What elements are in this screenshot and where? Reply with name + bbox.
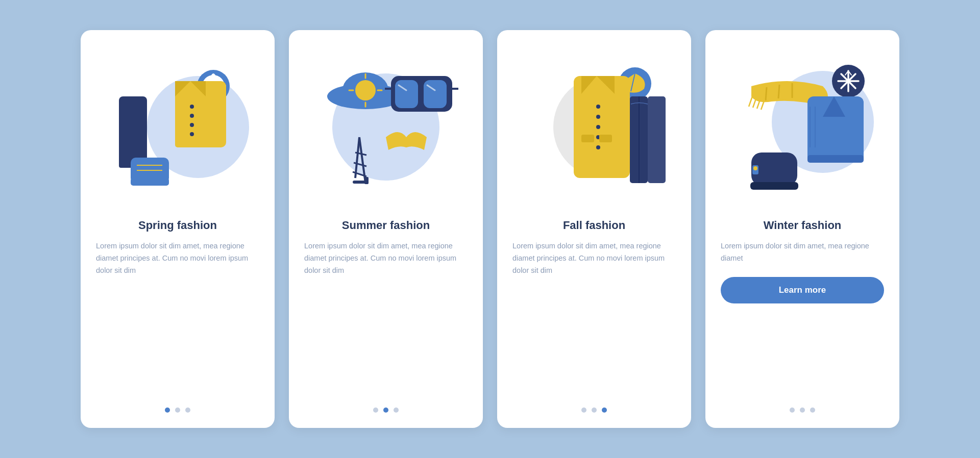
fall-dots — [581, 402, 607, 413]
svg-point-15 — [190, 105, 194, 109]
svg-point-57 — [596, 145, 600, 149]
summer-illustration — [304, 45, 468, 209]
dot-2[interactable] — [383, 408, 388, 413]
svg-point-54 — [596, 115, 600, 119]
svg-point-18 — [190, 132, 194, 136]
svg-point-17 — [190, 123, 194, 127]
svg-point-85 — [753, 166, 757, 170]
svg-point-55 — [596, 125, 600, 129]
winter-card: Winter fashion Lorem ipsum dolor sit dim… — [705, 30, 899, 428]
svg-rect-61 — [648, 96, 666, 183]
svg-rect-79 — [807, 155, 864, 163]
fall-text: Lorem ipsum dolor sit dim amet, mea regi… — [512, 240, 676, 277]
svg-rect-35 — [424, 80, 447, 108]
dot-2[interactable] — [800, 408, 805, 413]
winter-illustration — [721, 45, 884, 209]
spring-illustration — [96, 45, 259, 209]
winter-title: Winter fashion — [764, 219, 842, 232]
dot-2[interactable] — [592, 408, 597, 413]
svg-line-41 — [355, 137, 359, 178]
cards-container: Spring fashion Lorem ipsum dolor sit dim… — [60, 10, 920, 448]
dot-3[interactable] — [810, 408, 815, 413]
learn-more-button[interactable]: Learn more — [721, 277, 884, 303]
summer-title: Summer fashion — [342, 219, 430, 232]
svg-point-16 — [190, 114, 194, 118]
svg-point-28 — [355, 80, 376, 100]
spring-text: Lorem ipsum dolor sit dim amet, mea regi… — [96, 240, 259, 277]
svg-rect-23 — [131, 178, 169, 186]
fall-card: Fall fashion Lorem ipsum dolor sit dim a… — [497, 30, 691, 428]
svg-rect-34 — [395, 80, 418, 108]
dot-3[interactable] — [185, 408, 190, 413]
svg-point-53 — [596, 105, 600, 109]
dot-1[interactable] — [581, 408, 586, 413]
summer-text: Lorem ipsum dolor sit dim amet, mea regi… — [304, 240, 468, 277]
dot-2[interactable] — [175, 408, 180, 413]
dot-1[interactable] — [373, 408, 378, 413]
fall-illustration — [512, 45, 676, 209]
svg-rect-83 — [750, 182, 798, 190]
spring-card: Spring fashion Lorem ipsum dolor sit dim… — [81, 30, 275, 428]
summer-dots — [373, 402, 399, 413]
winter-text: Lorem ipsum dolor sit dim amet, mea regi… — [721, 240, 884, 265]
svg-line-70 — [766, 87, 767, 100]
dot-1[interactable] — [790, 408, 795, 413]
dot-3[interactable] — [394, 408, 399, 413]
dot-3[interactable] — [602, 408, 607, 413]
spring-dots — [165, 402, 190, 413]
svg-rect-59 — [599, 135, 612, 142]
svg-line-71 — [778, 85, 779, 98]
winter-dots — [790, 402, 815, 413]
fall-title: Fall fashion — [563, 219, 625, 232]
svg-rect-19 — [119, 96, 147, 168]
dot-1[interactable] — [165, 408, 170, 413]
spring-title: Spring fashion — [138, 219, 217, 232]
summer-card: Summer fashion Lorem ipsum dolor sit dim… — [289, 30, 483, 428]
svg-rect-47 — [364, 177, 369, 184]
svg-rect-58 — [581, 135, 594, 142]
svg-line-73 — [749, 96, 752, 107]
